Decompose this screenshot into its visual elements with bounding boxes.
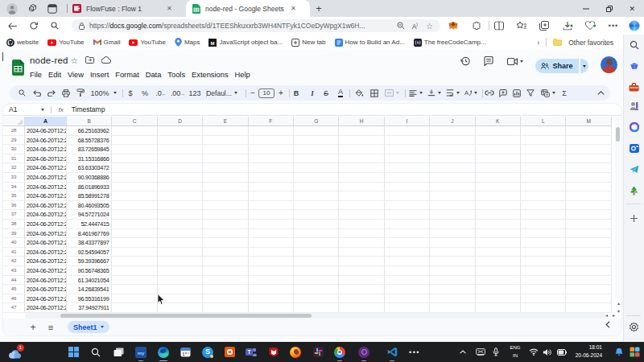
fill-color-icon[interactable] — [352, 85, 366, 101]
cell-G46[interactable] — [294, 294, 339, 304]
cell-M37[interactable] — [566, 210, 611, 220]
teams-icon[interactable]: T — [244, 345, 258, 360]
cell-J43[interactable] — [430, 266, 475, 276]
cell-G42[interactable] — [294, 257, 339, 266]
cell-C33[interactable] — [112, 173, 157, 183]
cell-E39[interactable] — [203, 229, 248, 239]
menu-insert[interactable]: Insert — [87, 69, 112, 80]
cell-G35[interactable] — [294, 191, 339, 201]
bookmark-item[interactable]: YouTube — [129, 39, 165, 46]
cell-G47[interactable] — [294, 303, 339, 313]
cell-D30[interactable] — [158, 145, 203, 154]
cell-H43[interactable] — [339, 266, 384, 276]
cell-E33[interactable] — [203, 173, 248, 183]
cell-M33[interactable] — [566, 173, 611, 183]
row-header-46[interactable]: 46 — [3, 294, 25, 304]
cell-A32[interactable]: 2024-06-20T12:2 — [25, 163, 67, 173]
cell-K47[interactable] — [476, 303, 521, 313]
cell-E41[interactable] — [203, 248, 248, 257]
cell-D36[interactable] — [158, 201, 203, 211]
print-icon[interactable] — [59, 85, 73, 101]
cell-M39[interactable] — [566, 229, 611, 239]
percent-format-button[interactable]: % — [138, 85, 152, 101]
column-header-L[interactable]: L — [521, 117, 566, 126]
menu-view[interactable]: View — [64, 69, 87, 80]
cell-C32[interactable] — [112, 163, 157, 173]
cell-B28[interactable]: 66.25163962 — [67, 126, 112, 136]
cell-A34[interactable]: 2024-06-20T12:2 — [25, 183, 67, 192]
cell-J36[interactable] — [430, 201, 475, 211]
cell-M28[interactable] — [566, 126, 611, 136]
cell-C29[interactable] — [112, 136, 157, 146]
horizontal-scrollbar-thumb[interactable] — [60, 314, 312, 318]
cell-K45[interactable] — [476, 285, 521, 294]
telegram-icon[interactable] — [628, 162, 641, 175]
cell-A47[interactable]: 2024-06-20T12:2 — [25, 303, 67, 313]
slack-icon[interactable] — [311, 345, 325, 360]
cell-A46[interactable]: 2024-06-20T12:2 — [25, 294, 67, 304]
cell-D42[interactable] — [158, 257, 203, 266]
all-sheets-icon[interactable]: ≡ — [42, 323, 60, 332]
create-filter-icon[interactable] — [523, 85, 538, 101]
tray-chevron-icon[interactable] — [456, 345, 470, 360]
comment-icon[interactable] — [484, 56, 493, 66]
cell-K38[interactable] — [476, 220, 521, 229]
decrease-decimal-button[interactable]: .0← — [154, 85, 168, 101]
cell-A31[interactable]: 2024-06-20T12:2 — [25, 154, 67, 164]
column-header-D[interactable]: D — [158, 117, 203, 126]
increase-font-size-button[interactable]: + — [274, 85, 288, 101]
scroll-right-icon[interactable]: ▸ — [613, 312, 615, 318]
cell-G31[interactable] — [294, 154, 339, 164]
cell-C38[interactable] — [112, 220, 157, 229]
cell-C44[interactable] — [112, 276, 157, 286]
column-header-M[interactable]: M — [566, 117, 611, 126]
cell-J28[interactable] — [430, 126, 475, 136]
close-tab-icon[interactable]: ✕ — [291, 5, 296, 12]
cell-M36[interactable] — [566, 201, 611, 211]
cell-J33[interactable] — [430, 173, 475, 183]
camera-app-icon[interactable] — [628, 142, 641, 154]
cell-H37[interactable] — [339, 210, 384, 220]
cell-M38[interactable] — [566, 220, 611, 229]
cell-B30[interactable]: 83.72659845 — [67, 145, 112, 154]
cell-J47[interactable] — [430, 303, 475, 313]
row-header-36[interactable]: 36 — [3, 201, 25, 211]
cell-K40[interactable] — [476, 238, 521, 248]
cell-L29[interactable] — [521, 136, 566, 146]
bell-icon[interactable] — [612, 345, 626, 360]
cell-F28[interactable] — [249, 126, 294, 136]
cell-H47[interactable] — [339, 303, 384, 313]
column-header-B[interactable]: B — [67, 117, 112, 126]
cell-G44[interactable] — [294, 276, 339, 286]
row-header-35[interactable]: 35 — [3, 191, 25, 201]
cell-J42[interactable] — [430, 257, 475, 266]
cell-C36[interactable] — [112, 201, 157, 211]
cell-E35[interactable] — [203, 191, 248, 201]
cell-H34[interactable] — [339, 183, 384, 192]
favorites-icon[interactable] — [517, 21, 527, 31]
mic-icon[interactable] — [489, 345, 503, 360]
minimize-button[interactable] — [583, 0, 589, 17]
cell-H40[interactable] — [339, 238, 384, 248]
cell-H30[interactable] — [339, 145, 384, 154]
menu-data[interactable]: Data — [142, 69, 165, 80]
cell-B46[interactable]: 96.55316199 — [67, 294, 112, 304]
cell-M40[interactable] — [566, 238, 611, 248]
scroll-up-icon[interactable]: ▴ — [617, 300, 620, 306]
doc-title[interactable]: node-red — [30, 56, 68, 65]
cell-E45[interactable] — [203, 285, 248, 294]
cell-G39[interactable] — [294, 229, 339, 239]
add-sheet-icon[interactable]: + — [24, 322, 42, 333]
close-tab-icon[interactable]: ✕ — [167, 5, 172, 12]
cell-E38[interactable] — [203, 220, 248, 229]
cell-H32[interactable] — [339, 163, 384, 173]
cell-K34[interactable] — [476, 183, 521, 192]
zoom-dropdown-icon[interactable] — [108, 85, 122, 101]
calendar-app-icon[interactable] — [178, 345, 192, 360]
cell-I36[interactable] — [385, 201, 430, 211]
cell-J45[interactable] — [430, 285, 475, 294]
cell-D43[interactable] — [158, 266, 203, 276]
cell-H38[interactable] — [339, 220, 384, 229]
cell-I47[interactable] — [385, 303, 430, 313]
column-header-A[interactable]: A — [25, 117, 67, 126]
